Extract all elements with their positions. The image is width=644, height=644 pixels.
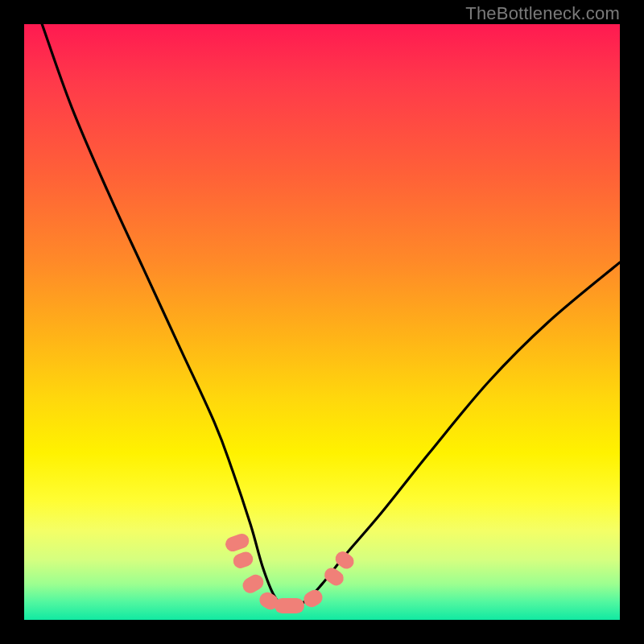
chart-frame: TheBottleneck.com [0,0,644,644]
watermark-text: TheBottleneck.com [465,3,620,24]
plot-area [24,24,620,620]
trough-marker [275,598,304,613]
bottleneck-curve-path [42,24,620,608]
bottleneck-curve-svg [24,24,620,620]
